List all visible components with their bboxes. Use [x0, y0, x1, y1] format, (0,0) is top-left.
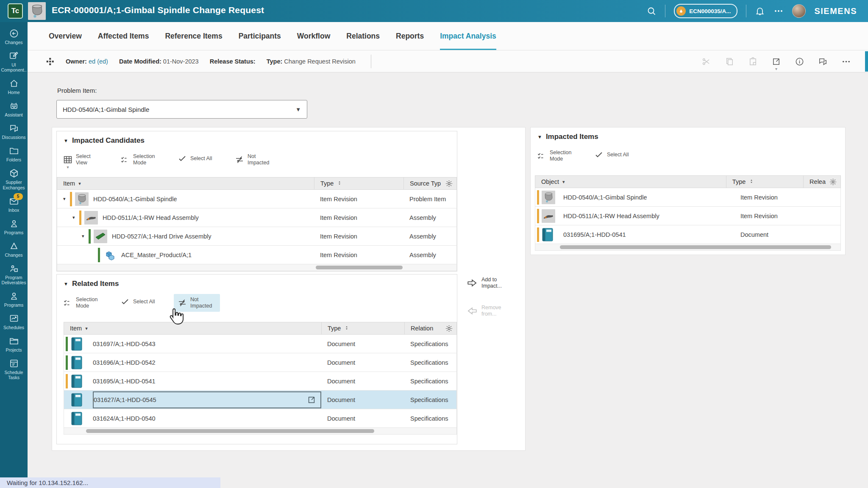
toolbar-button-label: Not Impacted — [190, 297, 217, 309]
remove-from-impact-button[interactable]: Remove from... — [467, 305, 508, 317]
column-settings-gear-icon[interactable] — [445, 324, 453, 333]
column-header-type[interactable]: Type — [321, 322, 404, 334]
status-bar-yellow — [79, 211, 81, 225]
tree-expand-icon[interactable]: ▾ — [63, 196, 70, 202]
horizontal-scrollbar[interactable] — [64, 428, 457, 435]
impacted-candidates-header[interactable]: ▼ Impacted Candidates — [64, 136, 145, 145]
owner-value-link[interactable]: ed (ed) — [89, 58, 108, 65]
horizontal-scrollbar[interactable] — [57, 264, 457, 271]
column-settings-gear-icon[interactable] — [829, 178, 837, 186]
tree-expand-icon[interactable]: ▾ — [72, 215, 79, 220]
column-header-item[interactable]: Item▾ — [64, 322, 321, 334]
selected-item-cell[interactable]: 031627/A;1-HDD-0545 — [93, 391, 321, 408]
table-row[interactable]: 031624/A;1-HDD-0540 Document Specificati… — [64, 409, 457, 428]
cut-icon[interactable] — [701, 57, 711, 67]
horizontal-scrollbar[interactable] — [535, 244, 841, 251]
copy-icon[interactable] — [725, 57, 734, 67]
sidebar-item-program-deliverables[interactable]: Program Deliverables — [0, 261, 28, 288]
table-row[interactable]: 031697/A;1-HDD-0543 Document Specificati… — [64, 335, 457, 353]
table-row[interactable]: ▾ HDD-0527/A;1-Hard Drive Assembly Item … — [57, 227, 457, 246]
table-row[interactable]: ACE_Master_Product/A;1 Item Revision Ass… — [57, 246, 457, 264]
sidebar-item-ui-component[interactable]: UI Component.. — [0, 48, 28, 75]
table-row[interactable]: 031695/A;1-HDD-0541 Document Specificati… — [64, 372, 457, 391]
column-header-object[interactable]: Object▾ — [535, 176, 726, 188]
sidebar-item-discussions[interactable]: Discussions — [0, 120, 28, 143]
open-in-new-icon[interactable]: ▾ — [771, 57, 781, 67]
column-header-relation[interactable]: Relation — [404, 322, 456, 334]
table-row[interactable]: 031696/A;1-HDD-0542 Document Specificati… — [64, 353, 457, 372]
info-icon[interactable] — [795, 57, 804, 67]
tab-workflow[interactable]: Workflow — [297, 22, 330, 50]
scroll-indicator[interactable] — [865, 51, 868, 72]
problem-item-dropdown[interactable]: HDD-0540/A;1-Gimbal Spindle ▼ — [56, 100, 307, 119]
column-header-type[interactable]: Type — [314, 177, 403, 189]
selection-mode-button[interactable]: Selection Mode — [63, 294, 106, 312]
table-row[interactable]: 031695/A;1-HDD-0541 Document — [535, 225, 841, 244]
tab-participants[interactable]: Participants — [239, 22, 281, 50]
teamcenter-logo[interactable]: Tc — [8, 3, 23, 19]
status-bar-none — [66, 393, 68, 407]
sidebar-item-schedule-tasks[interactable]: Schedule Tasks — [0, 355, 28, 383]
not-impacted-button[interactable]: Not Impacted — [174, 294, 220, 312]
paste-icon[interactable] — [748, 57, 758, 67]
user-avatar[interactable] — [792, 4, 806, 18]
sidebar-item-assistant[interactable]: Assistant — [0, 98, 28, 120]
type-cell: Document — [321, 372, 404, 390]
open-item-icon[interactable] — [307, 395, 316, 405]
selection-mode-button[interactable]: Selection Mode — [537, 147, 579, 165]
select-all-button[interactable]: Select All — [174, 151, 220, 166]
sidebar-item-projects[interactable]: Projects — [0, 333, 28, 355]
discussions-icon[interactable] — [818, 57, 828, 67]
selection-mode-button[interactable]: Selection Mode — [117, 151, 163, 169]
tab-affected-items[interactable]: Affected Items — [98, 22, 149, 50]
scrollbar-thumb[interactable] — [316, 266, 403, 269]
more-options-icon[interactable] — [773, 6, 784, 16]
table-row[interactable]: HDD-0511/A;1-RW Head Assembly Item Revis… — [535, 207, 841, 225]
table-row[interactable]: ▾ HDD-0540/A;1-Gimbal Spindle Item Revis… — [57, 190, 457, 208]
tree-expand-icon[interactable]: ▾ — [82, 233, 89, 239]
table-row[interactable]: ▾ HDD-0511/A;1-RW Head Assembly Item Rev… — [57, 208, 457, 227]
column-header-item[interactable]: Item▾ — [57, 177, 314, 189]
search-icon[interactable] — [646, 6, 657, 16]
type-cell: Document — [321, 353, 404, 372]
impacted-items-header[interactable]: ▼ Impacted Items — [537, 133, 598, 141]
icon-cell — [64, 391, 89, 409]
column-header-source-typ[interactable]: Source Typ — [403, 177, 456, 189]
tab-impact-analysis[interactable]: Impact Analysis — [440, 22, 496, 50]
tab-reports[interactable]: Reports — [396, 22, 424, 50]
tab-relations[interactable]: Relations — [346, 22, 380, 50]
sidebar-item-programs[interactable]: Programs — [0, 288, 28, 311]
sidebar-item-schedules[interactable]: Schedules — [0, 311, 28, 333]
scrollbar-thumb[interactable] — [560, 245, 831, 249]
table-row-selected[interactable]: 031627/A;1-HDD-0545 Document Specificati… — [64, 391, 457, 409]
related-items-toolbar: Selection ModeSelect AllNot Impacted — [63, 294, 220, 312]
scrollbar-thumb[interactable] — [86, 429, 374, 433]
tab-overview[interactable]: Overview — [49, 22, 82, 50]
item-cell: 031627/A;1-HDD-0545 — [89, 391, 321, 409]
column-settings-gear-icon[interactable] — [445, 180, 453, 188]
change-request-icon — [45, 57, 55, 66]
not-impacted-button[interactable]: Not Impacted — [231, 151, 277, 169]
sidebar-item-inbox[interactable]: 5Inbox — [0, 193, 28, 216]
sidebar-item-changes[interactable]: Changes — [0, 238, 28, 261]
sidebar-item-folders[interactable]: Folders — [0, 143, 28, 165]
edit-icon — [9, 51, 19, 61]
sidebar-item-supplier-exchanges[interactable]: Supplier Exchanges — [0, 165, 28, 193]
column-header-type[interactable]: Type — [726, 176, 803, 188]
table-row[interactable]: HDD-0540/A;1-Gimbal Spindle Item Revisio… — [535, 188, 841, 207]
add-to-impact-button[interactable]: Add to Impact... — [467, 277, 508, 289]
sidebar-item-home[interactable]: Home — [0, 75, 28, 98]
tab-reference-items[interactable]: Reference Items — [165, 22, 222, 50]
select-view-button[interactable]: ▾Select View — [63, 151, 106, 169]
column-header-relea[interactable]: Relea — [803, 176, 840, 188]
more-actions-icon[interactable] — [841, 57, 851, 67]
sidebar-item-changes[interactable]: Changes — [0, 25, 28, 48]
head-thumbnail — [84, 211, 98, 225]
select-all-button[interactable]: Select All — [590, 147, 637, 162]
item-cell-text: HDD-0511/A;1-RW Head Assembly — [103, 214, 199, 221]
active-change-pill[interactable]: ECN000035/A... — [674, 4, 737, 18]
notifications-bell-icon[interactable] — [755, 6, 765, 16]
related-items-header[interactable]: ▼ Related Items — [64, 280, 119, 288]
select-all-button[interactable]: Select All — [117, 294, 163, 309]
sidebar-item-programs[interactable]: Programs — [0, 216, 28, 238]
